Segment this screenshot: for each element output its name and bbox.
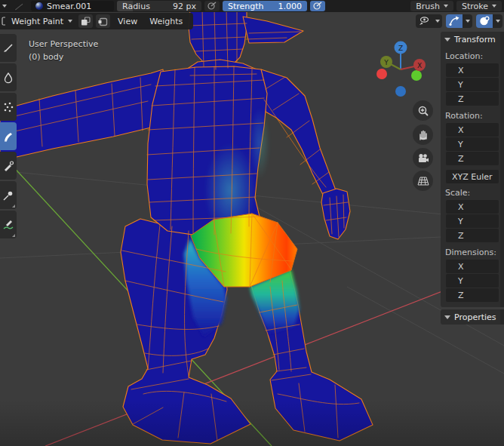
scale-z-field[interactable]: Z bbox=[446, 229, 499, 242]
transform-title: Transform bbox=[454, 35, 496, 45]
zoom-button[interactable] bbox=[413, 100, 433, 121]
active-object-label: (0) body bbox=[29, 51, 98, 63]
blur-brush-tool[interactable] bbox=[0, 63, 17, 91]
brush-menu[interactable]: Brush bbox=[410, 1, 453, 11]
rotation-label: Rotation: bbox=[441, 106, 504, 123]
average-brush-tool[interactable] bbox=[0, 93, 17, 121]
show-gizmos-icon[interactable] bbox=[446, 14, 463, 28]
expand-toolbar-icon[interactable] bbox=[2, 5, 7, 8]
rotation-mode-dropdown[interactable]: XYZ Euler bbox=[446, 170, 499, 183]
location-y-field[interactable]: Y bbox=[446, 78, 499, 91]
rotation-mode-value: XYZ Euler bbox=[452, 172, 493, 182]
active-tool-icon[interactable] bbox=[10, 1, 28, 11]
location-z-field[interactable]: Z bbox=[446, 92, 499, 106]
chevron-down-icon bbox=[492, 5, 496, 8]
draw-brush-tool[interactable] bbox=[0, 34, 17, 62]
chevron-down-icon bbox=[444, 5, 448, 8]
camera-view-button[interactable] bbox=[413, 148, 433, 168]
face-select-mask-button[interactable] bbox=[78, 14, 93, 28]
collapse-triangle-icon bbox=[444, 38, 450, 42]
vertex-select-mask-button[interactable] bbox=[96, 14, 110, 28]
properties-title: Properties bbox=[454, 312, 496, 322]
tool-settings-bar: Smear.001 Radius 92 px Strength 1.000 Br… bbox=[0, 0, 504, 12]
chevron-down-icon[interactable] bbox=[432, 14, 442, 28]
dimensions-label: Dimensions: bbox=[441, 243, 504, 260]
scale-y-field[interactable]: Y bbox=[446, 214, 499, 228]
chevron-down-icon[interactable] bbox=[463, 14, 472, 28]
properties-panel: Properties bbox=[441, 309, 504, 325]
mode-label: Weight Paint bbox=[11, 17, 63, 26]
scale-label: Scale: bbox=[441, 183, 504, 200]
n-panel-sidebar: Transform Location: X Y Z Rotation: X Y … bbox=[441, 32, 504, 325]
dimensions-z-field[interactable]: Z bbox=[446, 288, 499, 302]
viewport-header-right bbox=[416, 13, 502, 29]
gizmo-neg-z-ball[interactable] bbox=[395, 86, 406, 97]
strength-slider[interactable]: Strength 1.000 bbox=[223, 1, 307, 11]
sample-weight-tool[interactable] bbox=[0, 181, 17, 209]
viewport-info-text: User Perspective (0) body bbox=[29, 38, 98, 63]
gizmo-z-label: Z bbox=[398, 45, 403, 52]
panel-edge bbox=[500, 309, 504, 325]
strength-pressure-toggle[interactable] bbox=[310, 1, 325, 11]
rotation-x-field[interactable]: X bbox=[446, 123, 499, 137]
toolbar bbox=[0, 34, 17, 238]
collapse-triangle-icon bbox=[444, 315, 450, 319]
strength-label: Strength bbox=[228, 2, 264, 11]
perspective-label: User Perspective bbox=[29, 38, 98, 51]
mode-dropdown[interactable]: Weight Paint bbox=[8, 17, 75, 26]
annotate-tool[interactable] bbox=[0, 211, 17, 238]
radius-label: Radius bbox=[122, 2, 150, 11]
rotation-z-field[interactable]: Z bbox=[446, 152, 499, 165]
radius-pressure-toggle[interactable] bbox=[204, 1, 220, 11]
visibility-cluster bbox=[416, 14, 442, 28]
gizmo-x-label: X bbox=[417, 62, 422, 69]
gradient-tool[interactable] bbox=[0, 152, 17, 180]
gizmo-neg-x-ball[interactable] bbox=[376, 69, 387, 79]
strength-value: 1.000 bbox=[278, 2, 303, 11]
radius-slider[interactable]: Radius 92 px bbox=[117, 1, 201, 11]
side-weight-tint bbox=[249, 107, 270, 180]
rotation-y-field[interactable]: Y bbox=[446, 137, 499, 151]
subtool-corner-icon bbox=[12, 234, 15, 237]
chevron-down-icon[interactable] bbox=[493, 14, 502, 28]
weights-menu[interactable]: Weights bbox=[145, 17, 187, 26]
view-menu[interactable]: View bbox=[113, 17, 142, 26]
dimensions-x-field[interactable]: X bbox=[446, 260, 499, 273]
transform-panel-header[interactable]: Transform bbox=[441, 32, 504, 47]
smear-brush-tool[interactable] bbox=[0, 122, 17, 150]
stroke-menu[interactable]: Stroke bbox=[456, 1, 502, 11]
object-visibility-icon[interactable] bbox=[416, 14, 432, 28]
dimensions-y-field[interactable]: Y bbox=[446, 274, 499, 288]
stroke-menu-label: Stroke bbox=[462, 2, 488, 11]
subtool-corner-icon bbox=[12, 205, 15, 208]
gizmos-cluster bbox=[446, 14, 472, 28]
chevron-down-icon bbox=[68, 20, 72, 23]
toggle-ortho-button[interactable] bbox=[413, 171, 433, 191]
panel-edge bbox=[500, 32, 504, 307]
gizmo-neg-y-ball[interactable] bbox=[411, 70, 422, 81]
gizmo-y-label: Y bbox=[383, 59, 389, 66]
location-x-field[interactable]: X bbox=[446, 63, 499, 77]
pan-hand-button[interactable] bbox=[413, 125, 433, 145]
transform-panel: Transform Location: X Y Z Rotation: X Y … bbox=[441, 32, 504, 307]
viewport-shading-icon[interactable] bbox=[476, 14, 493, 28]
brush-preview-icon bbox=[35, 2, 43, 10]
editor-type-icon[interactable] bbox=[2, 16, 5, 26]
scale-x-field[interactable]: X bbox=[446, 200, 499, 214]
brush-name: Smear.001 bbox=[47, 2, 91, 11]
brush-menu-label: Brush bbox=[416, 2, 440, 11]
brush-name-field[interactable]: Smear.001 bbox=[31, 1, 114, 11]
shading-cluster bbox=[476, 14, 502, 28]
viewport-header-left: Weight Paint View Weights bbox=[0, 13, 193, 29]
navigation-gizmo[interactable]: Z Y X bbox=[373, 36, 434, 104]
properties-panel-header[interactable]: Properties bbox=[441, 309, 504, 325]
location-label: Location: bbox=[441, 47, 504, 63]
floor-vignette bbox=[0, 400, 504, 446]
radius-value: 92 px bbox=[173, 2, 196, 11]
